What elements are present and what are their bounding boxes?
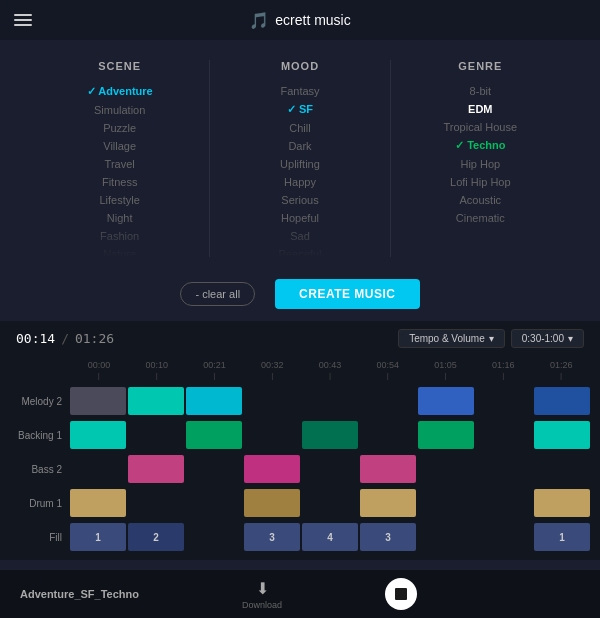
genre-item-cinematic[interactable]: Cinematic bbox=[401, 209, 560, 227]
block[interactable] bbox=[244, 489, 300, 517]
block[interactable] bbox=[128, 455, 184, 483]
ruler-mark-1: 00:10 bbox=[128, 360, 186, 380]
scene-item-village[interactable]: Village bbox=[40, 137, 199, 155]
track-row-bass2: Bass 2 bbox=[10, 454, 590, 484]
download-button[interactable]: ⬇ Download bbox=[242, 579, 282, 610]
fill-block-1b[interactable]: 1 bbox=[534, 523, 590, 551]
mood-item-uplifting[interactable]: Uplifting bbox=[220, 155, 379, 173]
track-row-drum1: Drum 1 bbox=[10, 488, 590, 518]
block[interactable] bbox=[360, 387, 416, 415]
mood-item-fantasy[interactable]: Fantasy bbox=[220, 82, 379, 100]
clear-all-button[interactable]: - clear all bbox=[180, 282, 255, 306]
block[interactable] bbox=[302, 387, 358, 415]
block[interactable] bbox=[128, 387, 184, 415]
block[interactable] bbox=[186, 421, 242, 449]
track-row-melody2: Melody 2 bbox=[10, 386, 590, 416]
block[interactable] bbox=[534, 489, 590, 517]
mood-item-dark[interactable]: Dark bbox=[220, 137, 379, 155]
scene-item-simulation[interactable]: Simulation bbox=[40, 101, 199, 119]
genre-item-tropical-house[interactable]: Tropical House bbox=[401, 118, 560, 136]
block[interactable] bbox=[418, 387, 474, 415]
block[interactable] bbox=[360, 455, 416, 483]
mood-list: Fantasy SF Chill Dark Uplifting Happy Se… bbox=[220, 82, 379, 257]
fill-block-3b[interactable]: 3 bbox=[360, 523, 416, 551]
block[interactable] bbox=[244, 455, 300, 483]
ruler-mark-8: 01:26 bbox=[532, 360, 590, 380]
block[interactable] bbox=[476, 455, 532, 483]
tempo-controls: Tempo & Volume ▾ 0:30-1:00 ▾ bbox=[398, 329, 584, 348]
track-label-drum1: Drum 1 bbox=[10, 498, 70, 509]
block[interactable] bbox=[70, 421, 126, 449]
block[interactable] bbox=[418, 489, 474, 517]
scene-item-travel[interactable]: Travel bbox=[40, 155, 199, 173]
mood-item-peaceful[interactable]: Peaceful bbox=[220, 245, 379, 257]
stop-button[interactable] bbox=[385, 578, 417, 610]
block[interactable] bbox=[70, 455, 126, 483]
create-music-button[interactable]: CREATE MUSIC bbox=[275, 279, 419, 309]
genre-item-acoustic[interactable]: Acoustic bbox=[401, 191, 560, 209]
scene-item-night[interactable]: Night bbox=[40, 209, 199, 227]
bottom-bar: Adventure_SF_Techno ⬇ Download bbox=[0, 570, 600, 618]
track-blocks-bass2 bbox=[70, 455, 590, 483]
block[interactable] bbox=[360, 489, 416, 517]
mood-item-sf[interactable]: SF bbox=[220, 100, 379, 119]
mood-item-sad[interactable]: Sad bbox=[220, 227, 379, 245]
block[interactable] bbox=[244, 387, 300, 415]
track-label-bass2: Bass 2 bbox=[10, 464, 70, 475]
mood-item-serious[interactable]: Serious bbox=[220, 191, 379, 209]
range-button[interactable]: 0:30-1:00 ▾ bbox=[511, 329, 584, 348]
block[interactable] bbox=[534, 455, 590, 483]
ruler-mark-0: 00:00 bbox=[70, 360, 128, 380]
fill-block-3a[interactable]: 3 bbox=[244, 523, 300, 551]
block[interactable] bbox=[244, 421, 300, 449]
scene-item-nature[interactable]: Nature bbox=[40, 245, 199, 257]
block[interactable] bbox=[476, 421, 532, 449]
tempo-volume-button[interactable]: Tempo & Volume ▾ bbox=[398, 329, 505, 348]
hamburger-menu[interactable] bbox=[14, 14, 32, 26]
scene-item-puzzle[interactable]: Puzzle bbox=[40, 119, 199, 137]
action-buttons: - clear all CREATE MUSIC bbox=[0, 267, 600, 321]
genre-item-techno[interactable]: Techno bbox=[401, 136, 560, 155]
block[interactable] bbox=[302, 455, 358, 483]
mood-item-hopeful[interactable]: Hopeful bbox=[220, 209, 379, 227]
block[interactable] bbox=[534, 387, 590, 415]
mood-item-chill[interactable]: Chill bbox=[220, 119, 379, 137]
app-title: ecrett music bbox=[275, 12, 350, 28]
stop-icon bbox=[395, 588, 407, 600]
genre-item-edm[interactable]: EDM bbox=[401, 100, 560, 118]
fill-block-empty1[interactable] bbox=[186, 523, 242, 551]
block[interactable] bbox=[476, 489, 532, 517]
block[interactable] bbox=[418, 421, 474, 449]
scene-item-fashion[interactable]: Fashion bbox=[40, 227, 199, 245]
genre-item-hip-hop[interactable]: Hip Hop bbox=[401, 155, 560, 173]
block[interactable] bbox=[476, 387, 532, 415]
block[interactable] bbox=[534, 421, 590, 449]
chevron-down-icon-2: ▾ bbox=[568, 333, 573, 344]
block[interactable] bbox=[186, 489, 242, 517]
block[interactable] bbox=[186, 455, 242, 483]
mood-item-happy[interactable]: Happy bbox=[220, 173, 379, 191]
fill-block-empty3[interactable] bbox=[476, 523, 532, 551]
current-time: 00:14 bbox=[16, 331, 55, 346]
scene-item-adventure[interactable]: Adventure bbox=[40, 82, 199, 101]
fill-block-1[interactable]: 1 bbox=[70, 523, 126, 551]
fill-block-empty2[interactable] bbox=[418, 523, 474, 551]
fill-block-2[interactable]: 2 bbox=[128, 523, 184, 551]
track-row-backing1: Backing 1 bbox=[10, 420, 590, 450]
scene-column: SCENE Adventure Simulation Puzzle Villag… bbox=[30, 60, 209, 257]
block[interactable] bbox=[418, 455, 474, 483]
block[interactable] bbox=[186, 387, 242, 415]
block[interactable] bbox=[302, 421, 358, 449]
genre-item-lofi-hip-hop[interactable]: Lofi Hip Hop bbox=[401, 173, 560, 191]
block[interactable] bbox=[360, 421, 416, 449]
mood-header: MOOD bbox=[220, 60, 379, 72]
block[interactable] bbox=[70, 387, 126, 415]
block[interactable] bbox=[128, 489, 184, 517]
fill-block-4[interactable]: 4 bbox=[302, 523, 358, 551]
scene-item-lifestyle[interactable]: Lifestyle bbox=[40, 191, 199, 209]
genre-item-8bit[interactable]: 8-bit bbox=[401, 82, 560, 100]
block[interactable] bbox=[302, 489, 358, 517]
block[interactable] bbox=[70, 489, 126, 517]
block[interactable] bbox=[128, 421, 184, 449]
scene-item-fitness[interactable]: Fitness bbox=[40, 173, 199, 191]
